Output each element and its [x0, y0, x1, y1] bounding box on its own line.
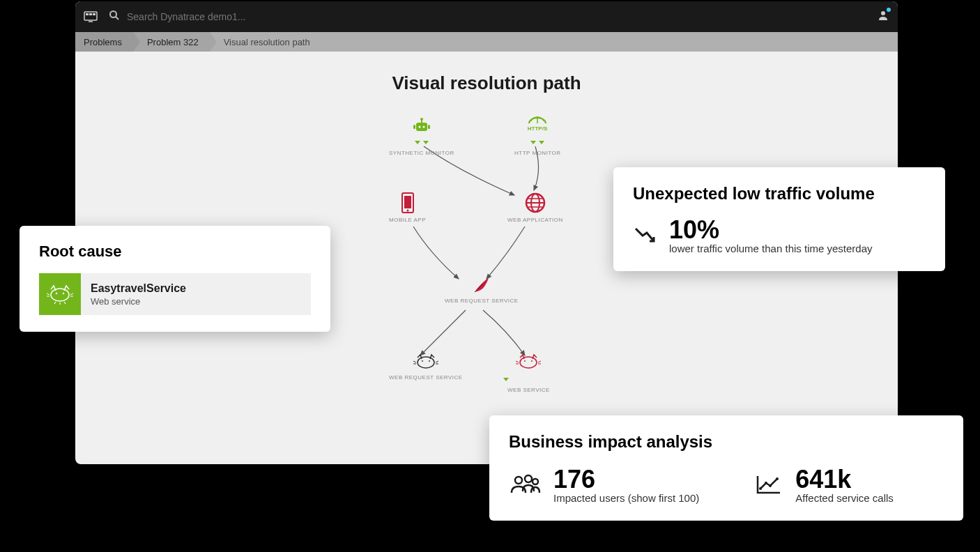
svg-point-11	[418, 126, 420, 128]
svg-point-28	[429, 360, 430, 362]
svg-point-38	[759, 487, 762, 490]
resolution-diagram: SYNTHETIC MONITOR HTTP/S HTTP MONITOR MO…	[347, 115, 626, 408]
search-input[interactable]	[127, 11, 406, 22]
breadcrumb-problem-322[interactable]: Problem 322	[133, 32, 210, 52]
svg-rect-10	[416, 123, 427, 131]
breadcrumb-visual-resolution-path: Visual resolution path	[210, 32, 321, 52]
search-container	[109, 10, 877, 24]
svg-point-40	[769, 484, 772, 487]
globe-http-icon: HTTP/S	[514, 115, 561, 135]
svg-point-7	[881, 11, 885, 15]
node-mobile-app[interactable]: MOBILE APP	[389, 192, 426, 223]
node-web-request-service-2[interactable]: WEB REQUEST SERVICE	[389, 352, 463, 381]
breadcrumb: Problems Problem 322 Visual resolution p…	[75, 32, 898, 52]
page-title: Visual resolution path	[89, 72, 884, 94]
root-cause-card: Root cause EasytravelService Web service	[20, 226, 330, 332]
notification-badge	[887, 8, 891, 12]
svg-point-12	[422, 126, 424, 128]
robot-icon	[389, 115, 454, 135]
svg-point-33	[56, 293, 57, 294]
svg-rect-0	[84, 12, 97, 20]
mobile-icon	[389, 192, 426, 214]
svg-rect-14	[428, 125, 430, 129]
impact-users-label[interactable]: Impacted users (show first 100)	[553, 492, 699, 504]
impact-calls-value: 641k	[795, 467, 894, 492]
svg-rect-13	[413, 125, 415, 129]
trend-down-icon	[633, 224, 657, 248]
traffic-description: lower traffic volume than this time yest…	[669, 243, 873, 254]
node-http-monitor[interactable]: HTTP/S HTTP MONITOR	[514, 115, 561, 156]
traffic-card: Unexpected low traffic volume 10% lower …	[613, 167, 945, 271]
node-label: WEB APPLICATION	[507, 217, 563, 223]
root-cause-service-name: EasytravelService	[91, 282, 186, 295]
root-cause-item[interactable]: EasytravelService Web service	[39, 273, 311, 315]
root-cause-service-type: Web service	[91, 296, 186, 307]
svg-rect-1	[86, 13, 89, 15]
dashboard-icon[interactable]	[84, 11, 98, 22]
root-cause-title: Root cause	[39, 243, 311, 261]
svg-point-37	[533, 479, 538, 484]
svg-line-6	[116, 17, 118, 20]
impact-card: Business impact analysis 176 Impacted us…	[489, 415, 963, 521]
topbar	[75, 1, 898, 32]
impact-users: 176 Impacted users (show first 100)	[509, 467, 699, 504]
node-label: WEB REQUEST SERVICE	[389, 374, 463, 381]
node-label: HTTP MONITOR	[514, 150, 561, 156]
impact-calls-label: Affected service calls	[795, 492, 894, 504]
svg-rect-2	[89, 13, 92, 15]
svg-point-8	[420, 118, 423, 121]
user-icon[interactable]	[877, 9, 889, 24]
svg-point-5	[110, 11, 116, 17]
traffic-title: Unexpected low traffic volume	[633, 184, 926, 204]
node-label: WEB REQUEST SERVICE	[445, 298, 519, 304]
chart-icon	[755, 473, 783, 498]
svg-rect-3	[93, 13, 95, 15]
tomcat-green-icon	[39, 273, 81, 315]
svg-point-39	[765, 482, 767, 484]
svg-point-30	[524, 360, 526, 362]
node-label: SYNTHETIC MONITOR	[389, 150, 454, 156]
traffic-value: 10%	[669, 217, 873, 243]
svg-point-31	[531, 360, 533, 362]
svg-text:HTTP/S: HTTP/S	[528, 125, 548, 132]
feather-icon	[445, 275, 519, 295]
tomcat-red-icon	[507, 352, 550, 371]
impact-users-value: 176	[553, 467, 699, 492]
svg-point-41	[776, 477, 779, 480]
node-synthetic-monitor[interactable]: SYNTHETIC MONITOR	[389, 115, 454, 156]
users-icon	[509, 473, 541, 498]
svg-rect-18	[404, 196, 411, 208]
svg-point-19	[406, 210, 408, 212]
svg-point-34	[63, 293, 64, 294]
node-web-service[interactable]: WEB SERVICE	[507, 352, 550, 393]
node-web-request-service[interactable]: WEB REQUEST SERVICE	[445, 275, 519, 304]
svg-point-32	[51, 289, 69, 301]
svg-point-35	[515, 477, 522, 484]
node-web-application[interactable]: WEB APPLICATION	[507, 192, 563, 223]
node-label: MOBILE APP	[389, 217, 426, 223]
globe-icon	[507, 192, 563, 214]
svg-point-29	[520, 357, 537, 368]
svg-point-26	[418, 357, 434, 368]
node-label: WEB SERVICE	[507, 387, 550, 393]
impact-calls: 641k Affected service calls	[755, 467, 894, 504]
tomcat-icon	[389, 352, 463, 371]
search-icon[interactable]	[109, 10, 120, 24]
impact-title: Business impact analysis	[509, 432, 944, 452]
svg-point-27	[422, 360, 423, 362]
svg-point-36	[525, 475, 532, 482]
breadcrumb-problems[interactable]: Problems	[75, 32, 133, 52]
